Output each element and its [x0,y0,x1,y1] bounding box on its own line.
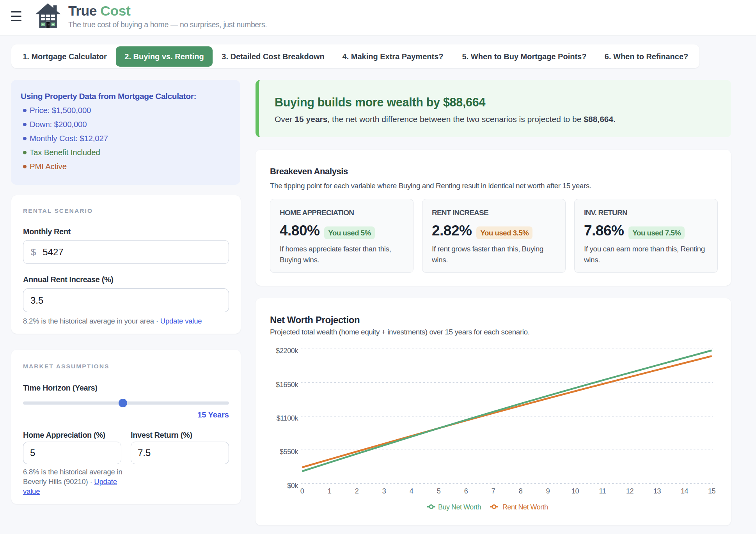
svg-text:Buy Net Worth: Buy Net Worth [438,503,481,511]
svg-text:13: 13 [653,487,661,495]
svg-text:9: 9 [546,487,550,495]
svg-text:3: 3 [382,487,386,495]
svg-text:8: 8 [519,487,523,495]
svg-text:$0k: $0k [287,482,298,490]
svg-text:11: 11 [599,487,606,495]
svg-text:12: 12 [626,487,634,495]
svg-text:5: 5 [437,487,441,495]
svg-text:Rent Net Worth: Rent Net Worth [502,503,548,511]
svg-text:6: 6 [464,487,468,495]
svg-text:10: 10 [571,487,579,495]
svg-text:1: 1 [328,487,332,495]
svg-text:$2200k: $2200k [276,347,298,355]
svg-text:$550k: $550k [280,448,298,456]
svg-text:0: 0 [300,487,304,495]
svg-text:2: 2 [355,487,359,495]
svg-text:14: 14 [681,487,689,495]
svg-text:$1650k: $1650k [276,381,298,389]
svg-text:4: 4 [410,487,413,495]
svg-text:15: 15 [708,487,716,495]
svg-text:7: 7 [492,487,495,495]
svg-text:$1100k: $1100k [277,414,299,422]
